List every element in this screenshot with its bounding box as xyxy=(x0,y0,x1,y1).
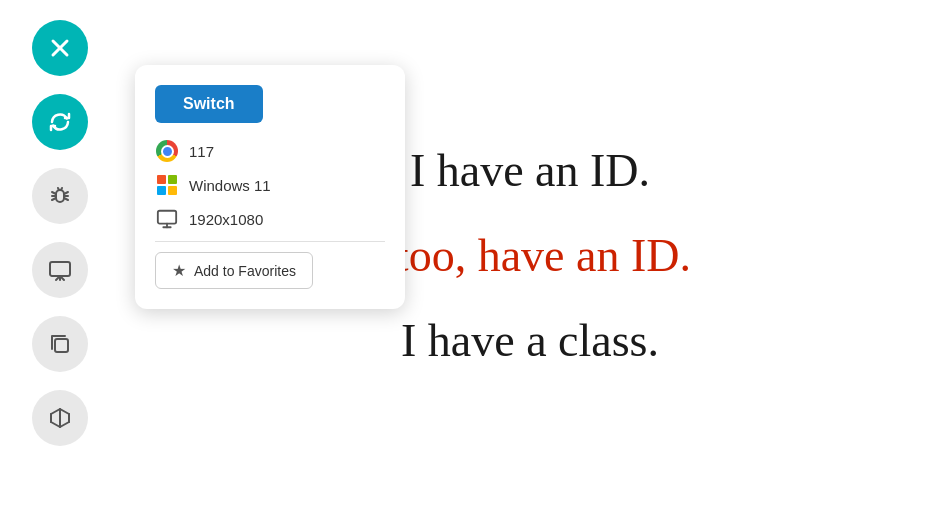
browser-row: 117 xyxy=(155,139,385,163)
box-icon xyxy=(48,406,72,430)
svg-rect-9 xyxy=(158,211,176,224)
close-button[interactable] xyxy=(32,20,88,76)
sync-button[interactable] xyxy=(32,94,88,150)
screen-icon xyxy=(48,258,72,282)
windows-icon-wrap xyxy=(155,173,179,197)
monitor-icon-wrap xyxy=(155,207,179,231)
box-button[interactable] xyxy=(32,390,88,446)
close-icon xyxy=(48,36,72,60)
bug-button[interactable] xyxy=(32,168,88,224)
resolution-row: 1920x1080 xyxy=(155,207,385,231)
copy-icon xyxy=(48,332,72,356)
resolution-label: 1920x1080 xyxy=(189,211,263,228)
star-icon: ★ xyxy=(172,261,186,280)
chrome-icon xyxy=(156,140,178,162)
add-to-favorites-button[interactable]: ★ Add to Favorites xyxy=(155,252,313,289)
text-line-3: I have a class. xyxy=(401,313,659,368)
divider xyxy=(155,241,385,242)
svg-rect-2 xyxy=(56,190,64,202)
os-label: Windows 11 xyxy=(189,177,271,194)
switch-button[interactable]: Switch xyxy=(155,85,263,123)
sync-icon xyxy=(48,110,72,134)
add-favorites-label: Add to Favorites xyxy=(194,263,296,279)
chrome-icon-wrap xyxy=(155,139,179,163)
sidebar xyxy=(0,0,120,511)
os-row: Windows 11 xyxy=(155,173,385,197)
popup-card: Switch 117 Windows 11 1920x1080 xyxy=(135,65,405,309)
svg-rect-5 xyxy=(55,339,68,352)
bug-icon xyxy=(48,184,72,208)
monitor-icon xyxy=(156,208,178,230)
browser-version: 117 xyxy=(189,143,214,160)
copy-button[interactable] xyxy=(32,316,88,372)
svg-rect-3 xyxy=(50,262,70,276)
text-line-2: I too, have an ID. xyxy=(369,228,691,283)
windows-icon xyxy=(157,175,177,195)
screen-button[interactable] xyxy=(32,242,88,298)
text-line-1: I have an ID. xyxy=(410,143,650,198)
